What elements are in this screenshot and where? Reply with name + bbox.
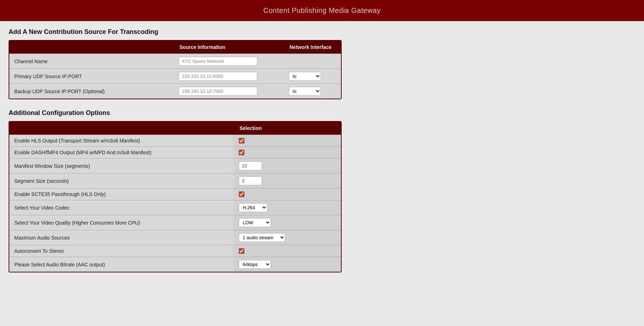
channel-name-input[interactable]	[179, 57, 257, 66]
scte35-selection-cell	[234, 189, 341, 200]
video-codec-label: Select Your Video Codec	[9, 200, 234, 215]
manifest-window-selection-cell	[234, 159, 341, 173]
table-row: Maximum Audio Sources 1 audio stream 2 a…	[9, 230, 341, 245]
manifest-window-input[interactable]	[239, 161, 262, 170]
primary-udp-label: Primary UDP Source IP:PORT	[9, 69, 174, 84]
autoconvert-stereo-label: Autoconvert To Stereo	[9, 245, 234, 257]
hls-output-label: Enable HLS Output (Transport Stream w/m3…	[9, 135, 234, 146]
audio-sources-label: Maximum Audio Sources	[9, 230, 234, 245]
table-row: Select Your Video Codec H.264 H.265	[9, 200, 341, 215]
primary-udp-network-cell: lo eth0 eth1	[284, 69, 341, 84]
contribution-header-col1	[9, 41, 174, 54]
audio-sources-select[interactable]: 1 audio stream 2 audio streams 4 audio s…	[239, 233, 285, 242]
dash-output-label: Enable DASH/fMP4 Output (MP4 w/MPD And m…	[9, 147, 234, 158]
segment-size-selection-cell	[234, 174, 341, 188]
table-row: Autoconvert To Stereo	[9, 245, 341, 257]
autoconvert-stereo-selection-cell	[234, 245, 341, 257]
config-header-col2: Selection	[234, 122, 341, 135]
table-row: Enable DASH/fMP4 Output (MP4 w/MPD And m…	[9, 146, 341, 158]
channel-name-label: Channel Name	[9, 54, 174, 69]
contribution-section-title: Add A New Contribution Source For Transc…	[9, 28, 342, 36]
backup-udp-label: Backup UDP Source IP:PORT (Optional)	[9, 84, 174, 99]
audio-bitrate-label: Please Select Audio Bitrate (AAC output)	[9, 257, 234, 272]
segment-size-label: Segment Size (seconds)	[9, 174, 234, 188]
config-table: Selection Enable HLS Output (Transport S…	[9, 121, 342, 272]
segment-size-input[interactable]	[239, 176, 262, 185]
config-table-header: Selection	[9, 122, 341, 135]
audio-bitrate-selection-cell: 64kbps 128kbps 192kbps 256kbps	[234, 257, 341, 272]
table-row: Segment Size (seconds)	[9, 173, 341, 188]
video-quality-label: Select Your Video Quality (Higher Consum…	[9, 215, 234, 230]
backup-udp-input[interactable]	[179, 87, 257, 96]
primary-udp-input-cell	[174, 69, 284, 84]
primary-udp-input[interactable]	[179, 72, 257, 81]
hls-output-checkbox[interactable]	[239, 138, 244, 144]
dash-output-selection-cell	[234, 147, 341, 158]
table-row: Primary UDP Source IP:PORT lo eth0 eth1	[9, 69, 341, 84]
contribution-header-col2: Source Information	[174, 41, 284, 54]
backup-udp-input-cell	[174, 84, 284, 99]
dash-output-checkbox[interactable]	[239, 150, 244, 155]
manifest-window-label: Manifest Window Size (segments)	[9, 159, 234, 173]
autoconvert-stereo-checkbox[interactable]	[239, 248, 244, 254]
audio-sources-selection-cell: 1 audio stream 2 audio streams 4 audio s…	[234, 230, 341, 245]
contribution-header-col3: Network Interface	[284, 41, 341, 54]
table-row: Manifest Window Size (segments)	[9, 158, 341, 173]
backup-udp-network-cell: lo eth0 eth1	[284, 84, 341, 99]
page-header: Content Publishing Media Gateway	[0, 0, 644, 21]
config-header-col1	[9, 122, 234, 135]
video-quality-selection-cell: LOW MEDIUM HIGH	[234, 215, 341, 230]
audio-bitrate-select[interactable]: 64kbps 128kbps 192kbps 256kbps	[239, 260, 271, 269]
header-title: Content Publishing Media Gateway	[263, 6, 381, 14]
primary-udp-network-select[interactable]: lo eth0 eth1	[289, 72, 321, 81]
channel-name-network-cell	[284, 54, 341, 69]
table-row: Select Your Video Quality (Higher Consum…	[9, 215, 341, 230]
video-codec-selection-cell: H.264 H.265	[234, 200, 341, 215]
channel-name-input-cell	[174, 54, 284, 69]
table-row: Please Select Audio Bitrate (AAC output)…	[9, 257, 341, 272]
backup-udp-network-select[interactable]: lo eth0 eth1	[289, 87, 321, 96]
video-codec-select[interactable]: H.264 H.265	[239, 203, 267, 212]
contribution-table: Source Information Network Interface Cha…	[9, 40, 342, 99]
config-section-title: Additional Configuration Options	[9, 109, 342, 117]
table-row: Enable HLS Output (Transport Stream w/m3…	[9, 135, 341, 146]
scte35-checkbox[interactable]	[239, 191, 244, 197]
hls-output-selection-cell	[234, 135, 341, 146]
video-quality-select[interactable]: LOW MEDIUM HIGH	[239, 218, 271, 227]
table-row: Backup UDP Source IP:PORT (Optional) lo …	[9, 84, 341, 99]
scte35-label: Enable SCTE35 Passthrough (HLS Only)	[9, 189, 234, 200]
contribution-table-header: Source Information Network Interface	[9, 41, 341, 54]
table-row: Enable SCTE35 Passthrough (HLS Only)	[9, 188, 341, 200]
table-row: Channel Name	[9, 54, 341, 69]
